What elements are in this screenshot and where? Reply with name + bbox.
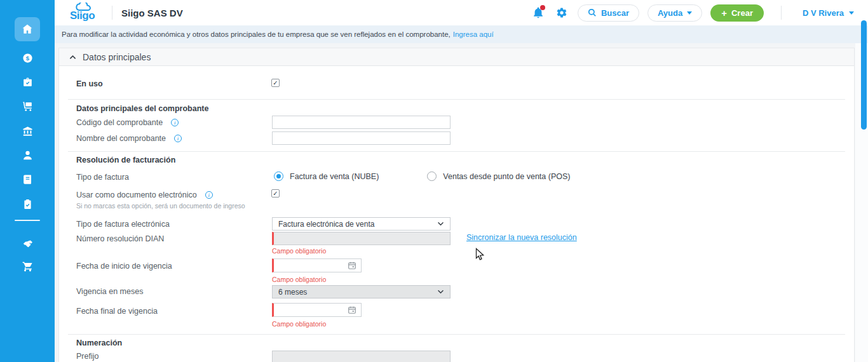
handshake-icon [22,238,34,250]
chevron-down-icon [437,290,444,294]
header-divider-2 [781,6,782,20]
fecha-final-label: Fecha final de vigencia [76,307,158,316]
doc-electronico-label: Usar como documento electrónico [76,191,197,199]
fecha-final-error: Campo obligatorio [272,320,326,328]
plus-icon: + [721,8,727,18]
gear-icon [556,7,567,18]
briefcase-check-icon [22,76,34,88]
tipo-fe-label: Tipo de factura electrónica [76,220,170,229]
tipo-factura-label: Tipo de factura [76,173,129,182]
en-uso-checkbox[interactable]: ✓ [271,79,280,87]
money-icon: $ [22,52,34,64]
home-icon [21,23,34,36]
header-divider [112,6,112,20]
vigencia-label: Vigencia en meses [76,287,143,296]
search-label: Buscar [601,8,629,18]
radio-factura-nube[interactable] [274,171,283,181]
nombre-input[interactable] [272,131,451,145]
sidebar-item-alliances[interactable] [0,232,55,256]
codigo-input[interactable] [272,116,451,129]
user-label: D V Rivera [803,8,844,18]
fecha-final-input[interactable] [272,303,362,317]
doc-electronico-label-row: Usar como documento electrónico i [76,191,213,199]
resolucion-group-title: Resolución de facturación [76,156,175,164]
create-label: Crear [731,8,753,18]
datos-principales-panel: Datos principales En uso ✓ Datos princip… [58,48,855,362]
search-button[interactable]: Buscar [578,4,639,22]
sidebar-item-sales[interactable]: $ [0,46,55,70]
calendar-icon [348,261,356,270]
scrollbar-thumb[interactable] [861,20,867,130]
sidebar-item-inventory[interactable] [0,94,55,118]
sidebar-divider [15,220,40,221]
chevron-down-icon [437,222,444,226]
shopping-cart-icon [22,260,34,272]
section-title: Datos principales [83,52,151,62]
calendar-icon [348,305,356,314]
settings-button[interactable] [554,5,569,20]
notice-bar: Para modificar la actividad económica y … [55,25,868,43]
divider [68,151,845,152]
chevron-down-icon [849,11,854,15]
comprobante-group-title: Datos principales del comprobante [76,104,208,113]
numeracion-group-title: Numeración [76,339,122,347]
sync-resolution-link[interactable]: Sincronizar la nueva resolución [466,233,577,242]
info-icon[interactable]: i [171,119,179,126]
doc-electronico-hint: Si no marcas esta opción, será un docume… [76,202,245,210]
codigo-label-row: Código del comprobante i [76,118,179,127]
info-icon[interactable]: i [174,135,182,142]
sidebar: $ [0,0,55,362]
doc-electronico-checkbox[interactable]: ✓ [271,189,280,198]
search-icon [588,8,597,17]
header-actions: Buscar Ayuda + Crear D V Rivera [531,4,868,22]
nombre-label: Nombre del comprobante [76,134,166,143]
inventory-cart-icon [22,100,34,112]
tipo-factura-radio-group: Factura de venta (NUBE) Ventas desde pun… [274,171,570,181]
tipo-fe-select[interactable]: Factura electrónica de venta [272,217,451,231]
codigo-label: Código del comprobante [76,118,163,127]
dian-error: Campo obligatorio [272,247,326,255]
dian-label: Número resolución DIAN [76,234,164,243]
fecha-inicio-error: Campo obligatorio [272,276,326,283]
tipo-fe-value: Factura electrónica de venta [278,220,374,229]
vigencia-value: 6 meses [278,288,307,297]
bank-icon [22,125,34,137]
sidebar-item-ledger[interactable] [0,167,55,191]
vigencia-select[interactable]: 6 meses [272,285,451,298]
radio-pos-label: Ventas desde punto de venta (POS) [443,172,570,181]
ledger-icon [22,173,34,185]
sidebar-item-purchases[interactable] [0,70,55,94]
sidebar-item-tasks[interactable] [0,192,55,216]
logo-text: Siigo [70,10,95,22]
info-icon[interactable]: i [205,191,213,199]
notice-link[interactable]: Ingresa aquí [453,30,494,38]
siigo-logo[interactable]: Siigo [70,3,103,22]
sidebar-item-contacts[interactable] [0,143,55,167]
radio-ventas-pos[interactable] [427,171,437,181]
section-header-datos-principales[interactable]: Datos principales [59,48,854,66]
prefijo-input[interactable] [272,351,451,362]
dian-input[interactable] [272,232,451,245]
prefijo-label: Prefijo [76,352,98,361]
divider [68,334,845,335]
check-icon: ✓ [273,79,278,86]
help-button[interactable]: Ayuda [648,4,702,22]
nombre-label-row: Nombre del comprobante i [76,134,182,143]
chevron-down-icon [687,11,692,15]
sidebar-item-home[interactable] [15,17,40,41]
notification-dot [540,5,545,10]
notice-text: Para modificar la actividad económica y … [62,30,451,38]
create-button[interactable]: + Crear [710,4,764,22]
siigo-app: $ Siigo [0,0,868,362]
fecha-inicio-input[interactable] [272,258,362,272]
user-menu[interactable]: D V Rivera [799,8,858,18]
company-title: Siigo SAS DV [121,8,183,18]
page-background: Datos principales En uso ✓ Datos princip… [55,43,868,362]
divider [68,99,845,100]
help-label: Ayuda [658,8,682,18]
en-uso-label: En uso [76,79,103,88]
sidebar-item-marketplace[interactable] [0,254,55,278]
sidebar-item-bank[interactable] [0,119,55,143]
clipboard-check-icon [22,198,34,210]
notifications-button[interactable] [531,5,546,20]
